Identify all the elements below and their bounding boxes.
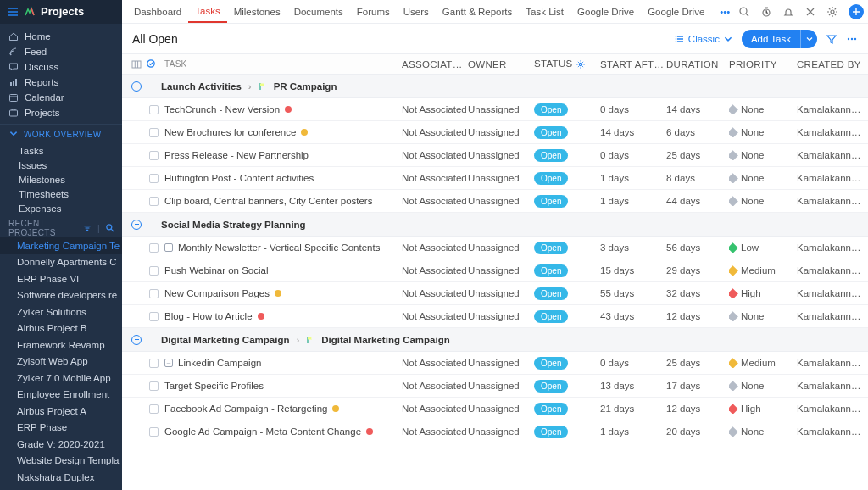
- row-checkbox[interactable]: [149, 359, 159, 368]
- sidebar-section-work-overview[interactable]: WORK OVERVIEW: [0, 125, 122, 143]
- col-duration[interactable]: DURATION: [666, 59, 729, 70]
- recent-project-item[interactable]: Airbus Project B: [0, 320, 122, 337]
- sidebar-item-discuss[interactable]: Discuss: [0, 59, 122, 75]
- row-checkbox[interactable]: [149, 151, 159, 160]
- sort-icon[interactable]: [82, 223, 92, 233]
- task-row[interactable]: New Brochures for conferenceNot Associat…: [122, 121, 868, 144]
- sidebar-subitem-milestones[interactable]: Milestones: [0, 172, 122, 187]
- col-task[interactable]: TASK: [161, 59, 402, 69]
- tab-google-drive[interactable]: Google Drive: [570, 0, 641, 23]
- task-row[interactable]: –Linkedin CampaignNot AssociatedUnassign…: [122, 352, 868, 375]
- select-all-icon[interactable]: [146, 58, 156, 69]
- tab-documents[interactable]: Documents: [287, 0, 350, 23]
- sidebar-item-home[interactable]: Home: [0, 29, 122, 44]
- row-checkbox[interactable]: [149, 404, 159, 414]
- recent-project-item[interactable]: Grade V: 2020-2021: [0, 436, 122, 453]
- task-row[interactable]: New Comparison PagesNot AssociatedUnassi…: [122, 282, 868, 305]
- recent-project-item[interactable]: Website Design Templa: [0, 453, 122, 470]
- priority-diamond-icon: [729, 426, 738, 437]
- tab-milestones[interactable]: Milestones: [227, 0, 287, 23]
- filter-icon[interactable]: [826, 33, 837, 45]
- recent-project-item[interactable]: Donnelly Apartments C: [0, 254, 122, 271]
- col-start[interactable]: START AFTE...: [600, 59, 666, 70]
- sidebar-item-reports[interactable]: Reports: [0, 75, 122, 90]
- expand-tree-icon[interactable]: –: [164, 359, 173, 367]
- bell-icon[interactable]: [782, 6, 794, 18]
- row-checkbox[interactable]: [149, 289, 159, 298]
- task-group-header[interactable]: Social Media Strategy Planning: [122, 213, 868, 237]
- collapse-icon[interactable]: [131, 81, 142, 92]
- recent-project-item[interactable]: Employee Enrollment: [0, 387, 122, 404]
- col-priority[interactable]: PRIORITY: [729, 59, 797, 70]
- recent-project-item[interactable]: Zylker 7.0 Mobile App: [0, 370, 122, 387]
- global-add-button[interactable]: [849, 4, 864, 19]
- hamburger-icon[interactable]: [7, 6, 19, 18]
- recent-project-item[interactable]: Nakshatra Duplex: [0, 469, 122, 486]
- timer-icon[interactable]: [760, 6, 772, 18]
- tab-gantt-reports[interactable]: Gantt & Reports: [436, 0, 519, 23]
- list-icon: [675, 34, 685, 44]
- columns-icon[interactable]: [131, 59, 142, 70]
- sidebar-subitem-timesheets[interactable]: Timesheets: [0, 187, 122, 201]
- view-mode-classic[interactable]: Classic: [675, 34, 733, 44]
- col-status[interactable]: STATUS: [534, 58, 600, 70]
- recent-project-item[interactable]: Framework Revamp: [0, 337, 122, 354]
- task-row[interactable]: Clip board, Central banners, City Center…: [122, 190, 868, 213]
- tools-icon[interactable]: [804, 6, 816, 18]
- task-row[interactable]: Press Release - New PartnershipNot Assoc…: [122, 144, 868, 167]
- task-row[interactable]: Blog - How to ArticleNot AssociatedUnass…: [122, 305, 868, 328]
- task-row[interactable]: Huffington Post - Content activitiesNot …: [122, 167, 868, 190]
- task-row[interactable]: Push Webinar on SocialNot AssociatedUnas…: [122, 259, 868, 282]
- tab-forums[interactable]: Forums: [350, 0, 397, 23]
- task-row[interactable]: Google Ad Campaign - Meta Content Change…: [122, 420, 868, 443]
- sidebar-item-feed[interactable]: Feed: [0, 44, 122, 59]
- col-associate[interactable]: ASSOCIATE...: [402, 59, 468, 70]
- recent-project-item[interactable]: Marketing Campaign Te: [0, 237, 122, 254]
- search-icon[interactable]: [105, 223, 115, 233]
- reports-icon: [8, 77, 19, 87]
- task-grid[interactable]: Launch Activities›PR CampaignTechCrunch …: [122, 75, 868, 490]
- recent-project-item[interactable]: ERP Phase: [0, 420, 122, 437]
- row-checkbox[interactable]: [149, 105, 159, 114]
- row-checkbox[interactable]: [149, 243, 159, 253]
- row-checkbox[interactable]: [149, 128, 159, 137]
- row-checkbox[interactable]: [149, 197, 159, 206]
- col-created[interactable]: CREATED BY: [797, 59, 861, 70]
- recent-project-item[interactable]: ERP Phase VI: [0, 270, 122, 287]
- add-task-button[interactable]: Add Task: [742, 30, 817, 48]
- search-icon[interactable]: [738, 6, 750, 18]
- more-tabs-button[interactable]: •••: [713, 0, 737, 23]
- tab-users[interactable]: Users: [397, 0, 436, 23]
- task-row[interactable]: Facebook Ad Campaign - RetargetingNot As…: [122, 398, 868, 420]
- task-group-header[interactable]: Digital Marketing Campaign›Digital Marke…: [122, 328, 868, 352]
- task-row[interactable]: –Monthly Newsletter - Vertical Specific …: [122, 237, 868, 259]
- row-checkbox[interactable]: [149, 381, 159, 391]
- gear-icon[interactable]: [826, 6, 838, 18]
- collapse-icon[interactable]: [131, 220, 142, 230]
- col-owner[interactable]: OWNER: [468, 59, 534, 70]
- add-task-split[interactable]: [800, 30, 817, 48]
- sidebar-subitem-tasks[interactable]: Tasks: [0, 143, 122, 158]
- recent-project-item[interactable]: Airbus Project A: [0, 403, 122, 420]
- row-checkbox[interactable]: [149, 174, 159, 183]
- task-row[interactable]: Target Specific ProfilesNot AssociatedUn…: [122, 375, 868, 398]
- recent-project-item[interactable]: Zylsoft Web App: [0, 354, 122, 370]
- tab-dashboard[interactable]: Dashboard: [127, 0, 188, 23]
- tab-tasks[interactable]: Tasks: [188, 0, 226, 23]
- task-row[interactable]: TechCrunch - New VersionNot AssociatedUn…: [122, 98, 868, 121]
- tab-task-list[interactable]: Task List: [519, 0, 570, 23]
- recent-project-item[interactable]: Zylker Solutions: [0, 303, 122, 320]
- sidebar-subitem-issues[interactable]: Issues: [0, 158, 122, 172]
- sidebar-item-calendar[interactable]: Calendar: [0, 90, 122, 105]
- expand-tree-icon[interactable]: –: [164, 243, 173, 252]
- row-checkbox[interactable]: [149, 427, 159, 437]
- sidebar-item-projects[interactable]: Projects: [0, 105, 122, 120]
- collapse-icon[interactable]: [131, 335, 142, 345]
- task-group-header[interactable]: Launch Activities›PR Campaign: [122, 75, 868, 98]
- row-checkbox[interactable]: [149, 266, 159, 276]
- tab-google-drive[interactable]: Google Drive: [641, 0, 711, 23]
- sidebar-subitem-expenses[interactable]: Expenses: [0, 201, 122, 215]
- recent-project-item[interactable]: Software developers re: [0, 287, 122, 304]
- more-icon[interactable]: [846, 33, 858, 45]
- row-checkbox[interactable]: [149, 312, 159, 321]
